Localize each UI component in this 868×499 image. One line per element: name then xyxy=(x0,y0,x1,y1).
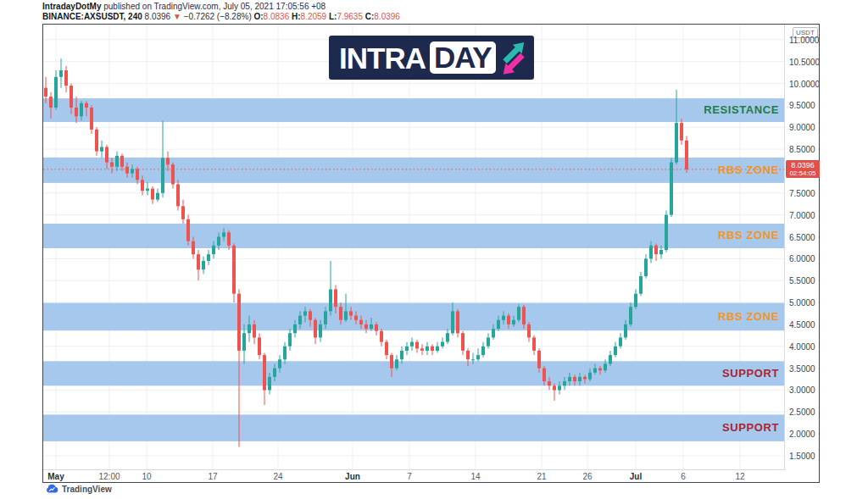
tradingview-attribution[interactable]: TradingView xyxy=(46,484,112,494)
intraday-logo-text-left: INTRA xyxy=(339,43,426,73)
time-tick-label: May xyxy=(47,472,64,481)
down-arrow-icon: ▼ xyxy=(173,12,181,21)
time-tick-label: 6 xyxy=(681,472,686,481)
price-tick-label: 5.5000 xyxy=(789,276,815,286)
price-tick-label: 7.0000 xyxy=(789,211,815,220)
intraday-logo-text-right: DAY xyxy=(434,41,492,74)
low-value: 7.9635 xyxy=(337,12,363,21)
price-tick-label: 5.0000 xyxy=(789,298,815,308)
symbol-name: BINANCE:AXSUSDT, 240 xyxy=(42,12,142,21)
high-value: 8.2059 xyxy=(301,12,327,21)
author-name: IntradayDotMy xyxy=(42,2,101,11)
price-tick-label: 6.5000 xyxy=(789,233,815,242)
high-label: H: xyxy=(292,12,301,21)
tradingview-wordmark: TradingView xyxy=(62,485,112,494)
publish-info: published on TradingView.com, July 05, 2… xyxy=(101,2,326,11)
time-axis[interactable]: May12:00101724Jun7142126Jul612 xyxy=(43,469,785,484)
chart-pane[interactable]: RESISTANCERBS ZONERBS ZONERBS ZONESUPPOR… xyxy=(43,25,785,469)
time-tick-label: 21 xyxy=(537,472,546,481)
close-label: C: xyxy=(365,12,375,21)
price-tick-label: 7.5000 xyxy=(789,189,815,198)
time-tick-label: Jul xyxy=(630,472,642,481)
price-tick-label: 2.0000 xyxy=(789,430,815,439)
intraday-logo: INTRA DAY xyxy=(329,36,534,80)
low-label: L: xyxy=(329,12,337,21)
close-value: 8.0396 xyxy=(374,12,400,21)
price-tick-label: 6.0000 xyxy=(789,254,815,263)
symbol-info-bar: BINANCE:AXSUSDT, 240 8.0396 ▼ −0.7262 (−… xyxy=(42,12,400,22)
price-change: −0.7262 (−8.28%) xyxy=(184,12,252,21)
open-value: 8.0836 xyxy=(264,12,290,21)
zone-label-support: SUPPORT xyxy=(722,366,779,381)
price-tick-label: 4.5000 xyxy=(789,320,815,330)
time-tick-label: 12:00 xyxy=(98,472,120,481)
price-tick-label: 4.0000 xyxy=(789,342,815,352)
time-tick-label: Jun xyxy=(345,472,360,481)
tradingview-cloud-icon xyxy=(46,484,58,494)
time-tick-label: 24 xyxy=(273,472,282,481)
current-price-badge: 8.039602:54:05 xyxy=(786,160,820,178)
price-tick-label: 3.0000 xyxy=(789,385,815,395)
badge-price: 8.0396 xyxy=(786,161,820,169)
time-tick-label: 7 xyxy=(407,472,412,481)
zone-label-rbs-zone: RBS ZONE xyxy=(718,163,779,178)
price-axis[interactable]: USDT 11.000010.500010.00009.50009.00008.… xyxy=(785,25,821,484)
zone-label-support: SUPPORT xyxy=(722,420,779,435)
price-tick-label: 11.0000 xyxy=(789,36,819,45)
price-tick-label: 3.5000 xyxy=(789,364,815,374)
price-tick-label: 10.0000 xyxy=(789,80,820,89)
updown-arrows-icon xyxy=(500,37,527,78)
publish-attribution: IntradayDotMy published on TradingView.c… xyxy=(42,2,326,12)
chart-frame: RESISTANCERBS ZONERBS ZONERBS ZONESUPPOR… xyxy=(42,24,820,483)
price-tick-label: 2.5000 xyxy=(789,408,815,417)
zone-label-rbs-zone: RBS ZONE xyxy=(718,309,779,324)
tradingview-published-chart: IntradayDotMy published on TradingView.c… xyxy=(0,0,868,499)
time-tick-label: 17 xyxy=(208,472,217,481)
price-tick-label: 9.0000 xyxy=(789,123,815,132)
zone-label-resistance: RESISTANCE xyxy=(704,103,779,118)
time-tick-label: 26 xyxy=(582,472,592,481)
last-price: 8.0396 xyxy=(145,12,171,21)
zone-label-rbs-zone: RBS ZONE xyxy=(718,228,779,243)
price-tick-label: 10.5000 xyxy=(789,58,820,67)
price-tick-label: 9.5000 xyxy=(789,101,815,110)
time-tick-label: 10 xyxy=(142,472,151,481)
price-tick-label: 8.5000 xyxy=(789,145,815,154)
badge-countdown: 02:54:05 xyxy=(786,169,820,178)
time-tick-label: 14 xyxy=(470,472,480,481)
time-tick-label: 12 xyxy=(735,472,744,481)
price-tick-label: 1.5000 xyxy=(789,452,815,461)
open-label: O: xyxy=(254,12,264,21)
